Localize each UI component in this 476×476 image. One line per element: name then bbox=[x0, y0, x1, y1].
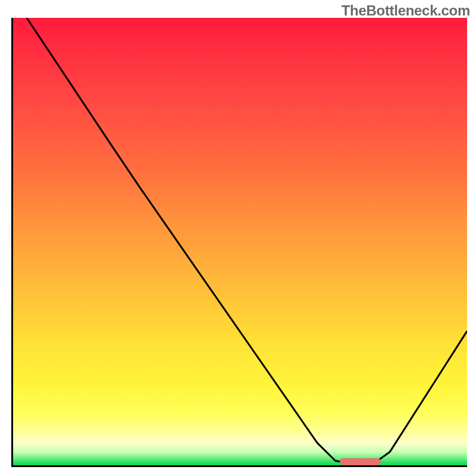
curve-svg bbox=[13, 18, 467, 465]
plot-area bbox=[11, 18, 467, 467]
chart-root: TheBottleneck.com bbox=[0, 0, 476, 476]
watermark-text: TheBottleneck.com bbox=[342, 2, 470, 19]
bottleneck-curve-path bbox=[27, 18, 467, 463]
optimal-marker bbox=[340, 458, 381, 465]
